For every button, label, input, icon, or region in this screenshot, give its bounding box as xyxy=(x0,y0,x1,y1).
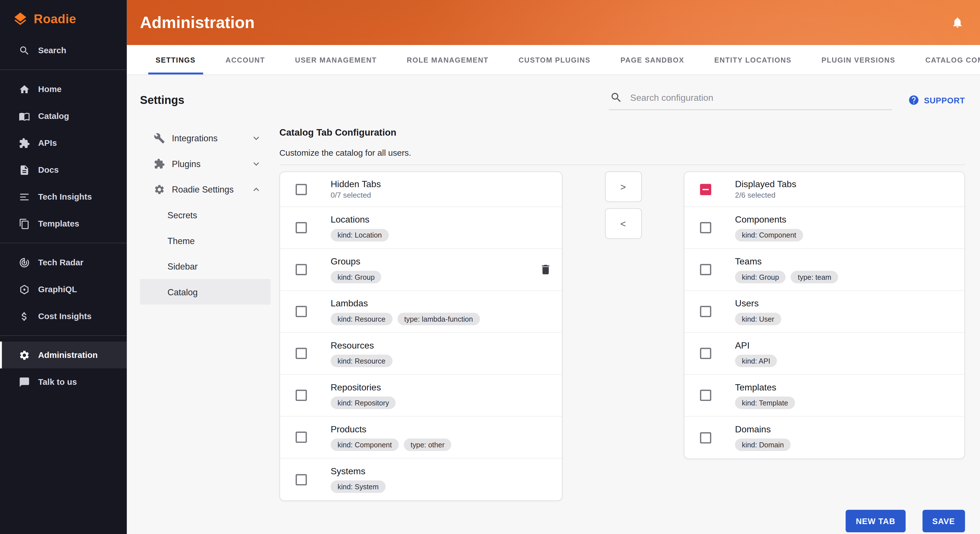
tab-settings[interactable]: SETTINGS xyxy=(148,45,203,75)
panel-divider xyxy=(280,164,965,165)
tab-name: Lambdas xyxy=(331,298,480,308)
hidden-tabs-select-all-checkbox[interactable] xyxy=(296,183,307,195)
config-search-input[interactable] xyxy=(630,92,891,102)
sidebar-item-label: Catalog xyxy=(38,111,69,121)
bell-icon[interactable] xyxy=(951,16,964,29)
sidebar-item-graphiql[interactable]: GraphiQL xyxy=(0,276,127,303)
tab-row-checkbox[interactable] xyxy=(700,306,711,317)
sidebar-item-label: Tech Radar xyxy=(38,258,83,267)
sidebar-item-label: GraphiQL xyxy=(38,285,77,294)
sidebar-item-apis[interactable]: APIs xyxy=(0,129,127,156)
catalog-config-panel: Catalog Tab Configuration Customize the … xyxy=(280,125,965,501)
tab-chip: kind: Repository xyxy=(331,396,396,409)
logo-text: Roadie xyxy=(33,12,76,26)
sidebar-item-label: Tech Insights xyxy=(38,192,92,201)
displayed-tabs-list: Componentskind: ComponentTeamskind: Grou… xyxy=(684,207,964,458)
delete-icon[interactable] xyxy=(539,263,552,276)
settings-nav: IntegrationsPluginsRoadie SettingsSecret… xyxy=(140,125,271,304)
sidebar-item-tech-insights[interactable]: Tech Insights xyxy=(0,183,127,210)
tab-custom-plugins[interactable]: CUSTOM PLUGINS xyxy=(511,45,598,75)
sidebar-divider xyxy=(0,69,127,70)
tab-row-checkbox[interactable] xyxy=(296,222,307,233)
tab-row-checkbox[interactable] xyxy=(700,222,711,233)
page-title: Administration xyxy=(140,13,951,32)
displayed-tab-row-domains: Domainskind: Domain xyxy=(684,416,964,458)
tab-name: Groups xyxy=(331,256,382,266)
tab-row-checkbox[interactable] xyxy=(296,264,307,275)
templates-icon xyxy=(19,218,30,230)
support-label: SUPPORT xyxy=(924,96,965,105)
settings-nav-plugins[interactable]: Plugins xyxy=(140,151,271,176)
hidden-tab-row-resources: Resourceskind: Resource xyxy=(280,333,562,375)
admin-tabbar: SETTINGSACCOUNTUSER MANAGEMENTROLE MANAG… xyxy=(127,45,980,75)
catalog-icon xyxy=(19,110,30,122)
tab-row-checkbox[interactable] xyxy=(296,306,307,317)
tab-row-checkbox[interactable] xyxy=(700,264,711,275)
chevron-up-icon xyxy=(251,183,262,195)
settings-nav-roadie-settings[interactable]: Roadie Settings xyxy=(140,176,271,202)
tab-row-checkbox[interactable] xyxy=(296,432,307,443)
tab-user-management[interactable]: USER MANAGEMENT xyxy=(288,45,384,75)
settings-nav-theme[interactable]: Theme xyxy=(140,228,271,253)
tab-name: API xyxy=(735,340,777,350)
tab-row-checkbox[interactable] xyxy=(700,348,711,359)
cost-insights-icon xyxy=(19,311,30,322)
page-header: Administration xyxy=(127,0,980,45)
tab-name: Products xyxy=(331,424,452,434)
search-icon xyxy=(19,45,30,56)
tab-name: Locations xyxy=(331,214,389,224)
tab-chip: type: lambda-function xyxy=(397,312,480,325)
tab-page-sandbox[interactable]: PAGE SANDBOX xyxy=(613,45,692,75)
sidebar-item-docs[interactable]: Docs xyxy=(0,156,127,183)
tab-row-checkbox[interactable] xyxy=(296,474,307,485)
settings-nav-catalog[interactable]: Catalog xyxy=(140,279,271,304)
tab-entity-locations[interactable]: ENTITY LOCATIONS xyxy=(707,45,799,75)
sidebar-item-home[interactable]: Home xyxy=(0,76,127,102)
roadie-logo[interactable]: Roadie xyxy=(0,0,127,37)
chevron-down-icon xyxy=(251,132,262,143)
sidebar-item-tech-radar[interactable]: Tech Radar xyxy=(0,249,127,276)
sidebar-item-administration[interactable]: Administration xyxy=(0,341,127,368)
sidebar-nav: SearchHomeCatalogAPIsDocsTech InsightsTe… xyxy=(0,37,127,395)
transfer-buttons: > < xyxy=(562,171,684,239)
settings-heading: Settings xyxy=(140,93,185,107)
tab-account[interactable]: ACCOUNT xyxy=(218,45,272,75)
search-icon xyxy=(610,91,623,104)
tab-role-management[interactable]: ROLE MANAGEMENT xyxy=(399,45,496,75)
sidebar-item-catalog[interactable]: Catalog xyxy=(0,102,127,129)
move-to-hidden-button[interactable]: < xyxy=(605,209,641,239)
tab-row-checkbox[interactable] xyxy=(296,390,307,401)
panel-subtitle: Customize the catalog for all users. xyxy=(280,148,965,158)
support-link[interactable]: SUPPORT xyxy=(908,94,965,106)
save-button[interactable]: SAVE xyxy=(922,510,965,532)
settings-nav-secrets[interactable]: Secrets xyxy=(140,202,271,228)
displayed-tabs-select-all-checkbox[interactable] xyxy=(700,183,711,195)
sidebar-item-label: Cost Insights xyxy=(38,311,92,321)
tab-catalog-completeness[interactable]: CATALOG COMPLETENESS xyxy=(918,45,980,75)
hidden-tab-row-systems: Systemskind: System xyxy=(280,458,562,500)
tab-row-checkbox[interactable] xyxy=(700,432,711,443)
tab-chip: kind: Resource xyxy=(331,312,392,325)
displayed-tabs-card: Displayed Tabs 2/6 selected Componentski… xyxy=(684,171,965,459)
tab-chip: type: team xyxy=(791,270,838,283)
settings-nav-integrations[interactable]: Integrations xyxy=(140,125,271,151)
sidebar-item-label: APIs xyxy=(38,138,57,148)
config-search xyxy=(609,90,892,110)
sidebar-item-label: Search xyxy=(38,46,66,55)
sidebar-item-talk-to-us[interactable]: Talk to us xyxy=(0,368,127,395)
new-tab-button[interactable]: NEW TAB xyxy=(846,510,905,532)
tab-name: Systems xyxy=(331,466,386,476)
tab-chip: kind: Template xyxy=(735,396,795,409)
sidebar-item-search[interactable]: Search xyxy=(0,37,127,64)
tab-row-checkbox[interactable] xyxy=(700,390,711,401)
displayed-tabs-count: 2/6 selected xyxy=(735,191,796,199)
sidebar-item-cost-insights[interactable]: Cost Insights xyxy=(0,303,127,330)
tab-row-checkbox[interactable] xyxy=(296,348,307,359)
settings-nav-label: Integrations xyxy=(172,133,218,143)
tech-radar-icon xyxy=(19,257,30,268)
tab-plugin-versions[interactable]: PLUGIN VERSIONS xyxy=(814,45,903,75)
sidebar-item-templates[interactable]: Templates xyxy=(0,210,127,237)
settings-nav-sidebar[interactable]: Sidebar xyxy=(140,253,271,279)
tab-chip: kind: Component xyxy=(331,438,399,451)
move-to-displayed-button[interactable]: > xyxy=(605,171,641,202)
